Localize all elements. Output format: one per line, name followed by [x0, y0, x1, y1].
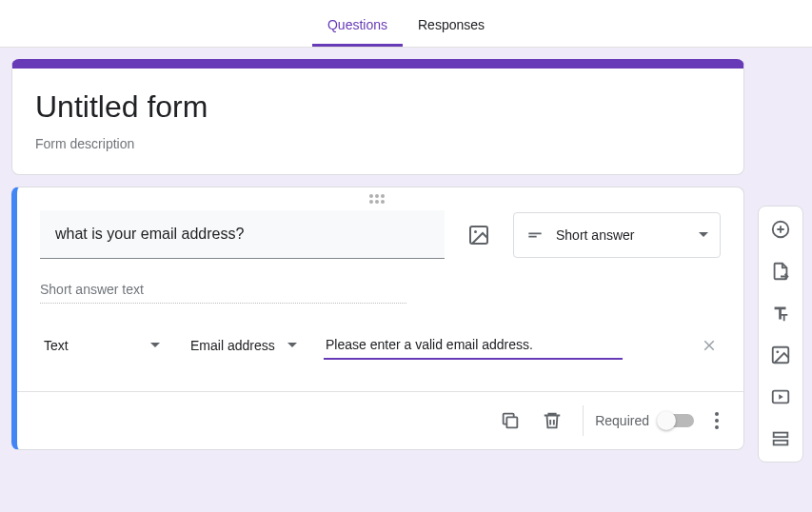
question-title-input[interactable]: [40, 210, 445, 259]
validation-subtype-label: Email address: [190, 338, 275, 353]
add-title-button[interactable]: [763, 296, 798, 330]
import-icon: [770, 261, 791, 282]
tab-responses[interactable]: Responses: [403, 17, 500, 47]
required-label: Required: [595, 413, 649, 428]
add-video-button[interactable]: [763, 380, 798, 414]
more-options-button[interactable]: [705, 409, 728, 432]
svg-point-5: [776, 350, 779, 353]
question-type-label: Short answer: [556, 227, 687, 243]
add-question-button[interactable]: [763, 212, 798, 246]
add-image-button-toolbar[interactable]: [763, 338, 798, 372]
validation-type-select[interactable]: Text: [40, 330, 164, 361]
validation-subtype-select[interactable]: Email address: [187, 330, 301, 361]
duplicate-icon: [500, 410, 521, 431]
validation-message-input[interactable]: [324, 331, 623, 360]
drag-handle[interactable]: [17, 187, 743, 210]
delete-button[interactable]: [533, 402, 571, 440]
form-title[interactable]: Untitled form: [35, 89, 721, 125]
divider: [583, 405, 584, 436]
duplicate-button[interactable]: [491, 402, 529, 440]
side-toolbar: [758, 206, 803, 463]
add-image-icon: [770, 345, 791, 365]
image-icon: [467, 224, 490, 246]
required-toggle[interactable]: [659, 414, 694, 427]
video-icon: [770, 386, 791, 407]
close-icon: [701, 337, 718, 354]
form-canvas: Untitled form Form description Sho: [0, 48, 812, 463]
drag-icon: [369, 194, 392, 204]
text-icon: [770, 303, 791, 324]
svg-rect-2: [507, 417, 518, 427]
tab-bar: Questions Responses: [0, 0, 812, 48]
short-answer-icon: [525, 226, 545, 245]
remove-validation-button[interactable]: [698, 334, 721, 357]
form-header-card[interactable]: Untitled form Form description: [11, 59, 744, 175]
answer-area: Short answer text: [40, 282, 406, 304]
add-section-button[interactable]: [763, 422, 798, 456]
add-circle-icon: [770, 219, 791, 240]
form-description[interactable]: Form description: [35, 136, 721, 151]
question-type-select[interactable]: Short answer: [513, 212, 721, 258]
validation-type-label: Text: [44, 338, 69, 353]
svg-rect-8: [774, 441, 788, 445]
delete-icon: [542, 410, 563, 431]
section-icon: [770, 428, 791, 449]
add-image-button[interactable]: [460, 216, 498, 254]
chevron-down-icon: [699, 232, 708, 238]
more-icon: [715, 412, 719, 416]
svg-rect-7: [774, 433, 788, 438]
svg-point-1: [474, 230, 477, 233]
import-questions-button[interactable]: [763, 254, 798, 288]
question-card: Short answer Short answer text Text Emai…: [11, 187, 744, 450]
question-footer: Required: [17, 391, 743, 449]
chevron-down-icon: [150, 343, 160, 348]
validation-row: Text Email address: [40, 330, 721, 368]
chevron-down-icon: [287, 343, 297, 348]
tab-questions[interactable]: Questions: [312, 17, 403, 47]
